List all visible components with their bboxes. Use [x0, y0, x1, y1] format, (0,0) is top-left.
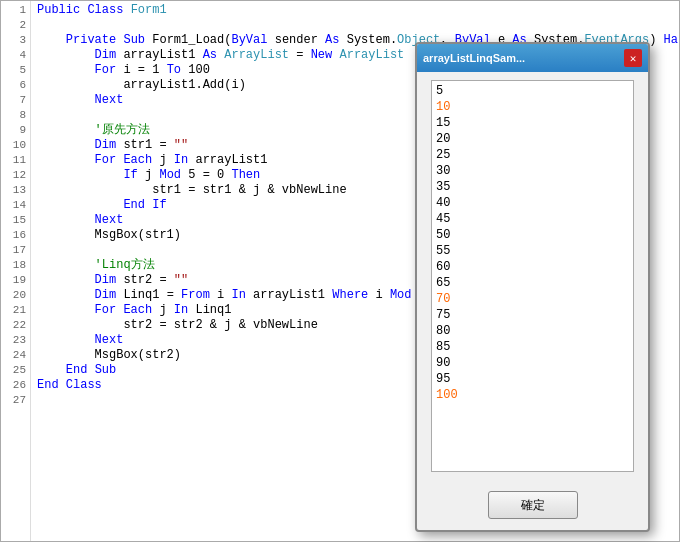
- list-area: 5101520253035404550556065707580859095100: [431, 80, 634, 472]
- line-number: 14: [1, 198, 30, 213]
- dialog-footer: 確定: [417, 480, 648, 530]
- line-number: 17: [1, 243, 30, 258]
- line-number: 22: [1, 318, 30, 333]
- dialog-title: arrayListLinqSam...: [423, 52, 525, 64]
- line-number: 26: [1, 378, 30, 393]
- list-item[interactable]: 90: [436, 355, 629, 371]
- line-number: 13: [1, 183, 30, 198]
- dialog-close-button[interactable]: ✕: [624, 49, 642, 67]
- list-item[interactable]: 55: [436, 243, 629, 259]
- line-number: 11: [1, 153, 30, 168]
- line-number: 2: [1, 18, 30, 33]
- line-number: 10: [1, 138, 30, 153]
- list-item[interactable]: 60: [436, 259, 629, 275]
- list-item[interactable]: 100: [436, 387, 629, 403]
- line-number: 4: [1, 48, 30, 63]
- list-item[interactable]: 40: [436, 195, 629, 211]
- list-item[interactable]: 65: [436, 275, 629, 291]
- list-item[interactable]: 35: [436, 179, 629, 195]
- list-item[interactable]: 50: [436, 227, 629, 243]
- line-numbers: 1234567891011121314151617181920212223242…: [1, 1, 31, 541]
- list-item[interactable]: 15: [436, 115, 629, 131]
- list-item[interactable]: 30: [436, 163, 629, 179]
- line-number: 21: [1, 303, 30, 318]
- line-number: 7: [1, 93, 30, 108]
- line-number: 3: [1, 33, 30, 48]
- dialog-body: 5101520253035404550556065707580859095100: [417, 72, 648, 480]
- line-number: 5: [1, 63, 30, 78]
- line-number: 24: [1, 348, 30, 363]
- line-number: 23: [1, 333, 30, 348]
- line-number: 9: [1, 123, 30, 138]
- line-number: 18: [1, 258, 30, 273]
- code-line: Public Class Form1: [37, 3, 673, 18]
- list-item[interactable]: 95: [436, 371, 629, 387]
- line-number: 8: [1, 108, 30, 123]
- code-line: [37, 18, 673, 33]
- list-item[interactable]: 85: [436, 339, 629, 355]
- list-item[interactable]: 70: [436, 291, 629, 307]
- list-scroll[interactable]: 5101520253035404550556065707580859095100: [432, 81, 633, 471]
- list-item[interactable]: 5: [436, 83, 629, 99]
- dialog-window: arrayListLinqSam... ✕ 510152025303540455…: [415, 42, 650, 532]
- line-number: 19: [1, 273, 30, 288]
- dialog-titlebar: arrayListLinqSam... ✕: [417, 44, 648, 72]
- ok-button[interactable]: 確定: [488, 491, 578, 519]
- line-number: 1: [1, 3, 30, 18]
- line-number: 16: [1, 228, 30, 243]
- line-number: 15: [1, 213, 30, 228]
- list-item[interactable]: 45: [436, 211, 629, 227]
- list-item[interactable]: 75: [436, 307, 629, 323]
- line-number: 6: [1, 78, 30, 93]
- line-number: 27: [1, 393, 30, 408]
- line-number: 12: [1, 168, 30, 183]
- list-item[interactable]: 10: [436, 99, 629, 115]
- list-item[interactable]: 25: [436, 147, 629, 163]
- list-item[interactable]: 80: [436, 323, 629, 339]
- list-item[interactable]: 20: [436, 131, 629, 147]
- line-number: 25: [1, 363, 30, 378]
- line-number: 20: [1, 288, 30, 303]
